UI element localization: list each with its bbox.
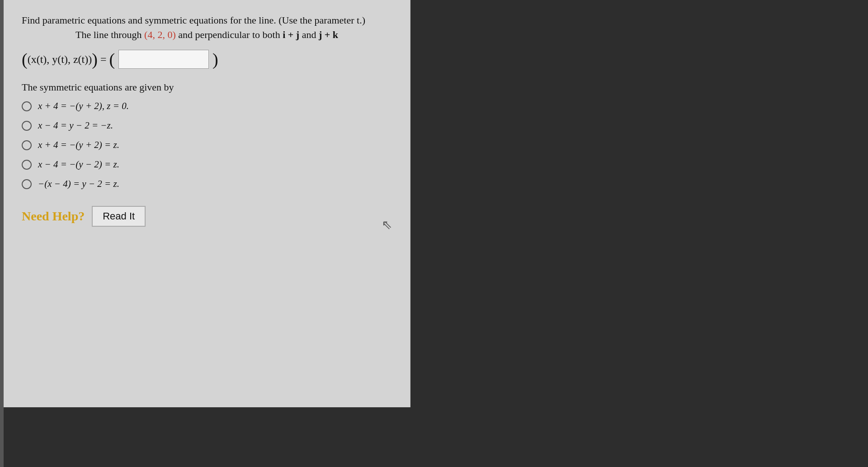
page-container: Find parametric equations and symmetric …: [0, 0, 868, 467]
radio-option-4[interactable]: x − 4 = −(y − 2) = z.: [22, 159, 392, 170]
cursor-icon: ⇖: [382, 217, 392, 232]
problem-line1: Find parametric equations and symmetric …: [22, 14, 392, 26]
radio-circle-2[interactable]: [22, 121, 32, 131]
symmetric-section: The symmetric equations are given by x +…: [22, 81, 392, 190]
left-sidebar-bar: [0, 0, 4, 467]
need-help-row: Need Help? Read It: [22, 206, 392, 227]
option-2-text: x − 4 = y − 2 = −z.: [38, 120, 113, 131]
open-paren-large: (: [22, 51, 28, 68]
symmetric-title: The symmetric equations are given by: [22, 81, 392, 93]
parametric-equals: =: [100, 53, 107, 66]
content-panel: Find parametric equations and symmetric …: [4, 0, 410, 407]
open-paren-input: (: [109, 51, 115, 68]
option-3-text: x + 4 = −(y + 2) = z.: [38, 139, 119, 151]
radio-option-3[interactable]: x + 4 = −(y + 2) = z.: [22, 139, 392, 151]
option-5-text: −(x − 4) = y − 2 = z.: [38, 178, 119, 190]
problem-line2-prefix: The line through: [75, 29, 144, 40]
parametric-label: (x(t), y(t), z(t)): [28, 53, 92, 66]
radio-option-2[interactable]: x − 4 = y − 2 = −z.: [22, 120, 392, 131]
parametric-input[interactable]: [118, 50, 209, 69]
problem-and: and: [299, 29, 319, 40]
radio-circle-4[interactable]: [22, 160, 32, 170]
radio-circle-3[interactable]: [22, 140, 32, 150]
close-paren-input: ): [212, 51, 218, 68]
parametric-equation-row: ( (x(t), y(t), z(t)) ) = ( ): [22, 50, 392, 69]
option-1-text: x + 4 = −(y + 2), z = 0.: [38, 100, 129, 112]
vector2: j + k: [319, 29, 338, 40]
radio-circle-5[interactable]: [22, 179, 32, 189]
problem-line2: The line through (4, 2, 0) and perpendic…: [22, 29, 392, 41]
radio-option-1[interactable]: x + 4 = −(y + 2), z = 0.: [22, 100, 392, 112]
radio-circle-1[interactable]: [22, 101, 32, 111]
problem-coords: (4, 2, 0): [144, 29, 176, 40]
vector1: i + j: [283, 29, 299, 40]
need-help-label: Need Help?: [22, 209, 85, 224]
option-4-text: x − 4 = −(y − 2) = z.: [38, 159, 119, 170]
read-it-button[interactable]: Read It: [92, 206, 146, 227]
radio-option-5[interactable]: −(x − 4) = y − 2 = z.: [22, 178, 392, 190]
close-paren-large: ): [92, 51, 98, 68]
problem-line2-suffix: and perpendicular to both: [176, 29, 283, 40]
